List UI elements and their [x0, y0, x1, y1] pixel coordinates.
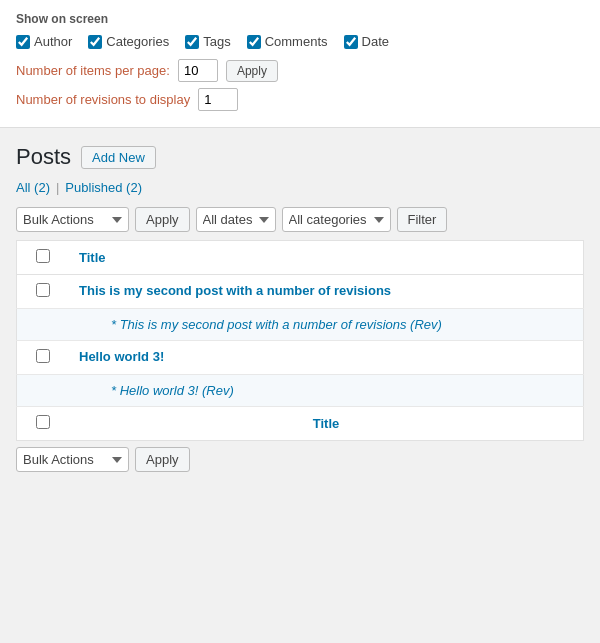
- date-checkbox[interactable]: [344, 35, 358, 49]
- items-per-page-label: Number of items per page:: [16, 63, 170, 78]
- post-title-link-0[interactable]: This is my second post with a number of …: [79, 283, 391, 298]
- revisions-row: Number of revisions to display: [16, 88, 584, 111]
- bottom-tablenav: Bulk Actions Edit Move to Trash Apply: [16, 447, 584, 488]
- revisions-input[interactable]: [198, 88, 238, 111]
- items-per-page-input[interactable]: [178, 59, 218, 82]
- revision-empty-cell: [17, 375, 70, 407]
- revision-title-cell: * This is my second post with a number o…: [69, 309, 584, 341]
- header-title-cell: Title: [69, 241, 584, 275]
- revision-link-1[interactable]: * Hello world 3! (Rev): [111, 383, 234, 398]
- date-label: Date: [362, 34, 389, 49]
- header-checkbox-cell: [17, 241, 70, 275]
- select-all-checkbox-top[interactable]: [36, 249, 50, 263]
- posts-tbody: This is my second post with a number of …: [17, 275, 584, 407]
- revision-title-cell: * Hello world 3! (Rev): [69, 375, 584, 407]
- bulk-actions-select-bottom[interactable]: Bulk Actions Edit Move to Trash: [16, 447, 129, 472]
- revision-row: * Hello world 3! (Rev): [17, 375, 584, 407]
- post-checkbox-cell: [17, 275, 70, 309]
- page-title: Posts: [16, 144, 71, 170]
- tags-checkbox[interactable]: [185, 35, 199, 49]
- filter-separator: |: [56, 180, 59, 195]
- comments-checkbox[interactable]: [247, 35, 261, 49]
- author-checkbox-label[interactable]: Author: [16, 34, 72, 49]
- page-header: Posts Add New: [16, 144, 584, 170]
- table-footer-row: Title: [17, 407, 584, 441]
- author-label: Author: [34, 34, 72, 49]
- posts-table: Title This is my second post with a numb…: [16, 240, 584, 441]
- footer-title-cell: Title: [69, 407, 584, 441]
- revision-empty-cell: [17, 309, 70, 341]
- main-content: Posts Add New All (2) | Published (2) Bu…: [0, 128, 600, 488]
- post-checkbox-0[interactable]: [36, 283, 50, 297]
- date-checkbox-label[interactable]: Date: [344, 34, 389, 49]
- post-title-cell: This is my second post with a number of …: [69, 275, 584, 309]
- comments-label: Comments: [265, 34, 328, 49]
- screen-options-title: Show on screen: [16, 12, 584, 26]
- tags-checkbox-label[interactable]: Tags: [185, 34, 230, 49]
- category-filter-select[interactable]: All categories: [282, 207, 391, 232]
- revisions-label: Number of revisions to display: [16, 92, 190, 107]
- screen-options-panel: Show on screen Author Categories Tags Co…: [0, 0, 600, 128]
- title-column-header[interactable]: Title: [79, 250, 106, 265]
- bulk-actions-select-top[interactable]: Bulk Actions Edit Move to Trash: [16, 207, 129, 232]
- title-column-footer[interactable]: Title: [313, 416, 340, 431]
- revision-link-0[interactable]: * This is my second post with a number o…: [111, 317, 442, 332]
- tags-label: Tags: [203, 34, 230, 49]
- post-title-cell: Hello world 3!: [69, 341, 584, 375]
- post-status-filter: All (2) | Published (2): [16, 180, 584, 195]
- categories-checkbox[interactable]: [88, 35, 102, 49]
- table-row: Hello world 3!: [17, 341, 584, 375]
- post-title-link-1[interactable]: Hello world 3!: [79, 349, 164, 364]
- categories-label: Categories: [106, 34, 169, 49]
- footer-checkbox-cell: [17, 407, 70, 441]
- checkboxes-row: Author Categories Tags Comments Date: [16, 34, 584, 49]
- select-all-checkbox-bottom[interactable]: [36, 415, 50, 429]
- items-per-page-apply-button[interactable]: Apply: [226, 60, 278, 82]
- bulk-actions-apply-button-bottom[interactable]: Apply: [135, 447, 190, 472]
- items-per-page-row: Number of items per page: Apply: [16, 59, 584, 82]
- author-checkbox[interactable]: [16, 35, 30, 49]
- date-filter-select[interactable]: All dates: [196, 207, 276, 232]
- add-new-button[interactable]: Add New: [81, 146, 156, 169]
- comments-checkbox-label[interactable]: Comments: [247, 34, 328, 49]
- post-checkbox-cell: [17, 341, 70, 375]
- categories-checkbox-label[interactable]: Categories: [88, 34, 169, 49]
- bulk-actions-apply-button-top[interactable]: Apply: [135, 207, 190, 232]
- table-row: This is my second post with a number of …: [17, 275, 584, 309]
- all-posts-link[interactable]: All (2): [16, 180, 50, 195]
- revision-row: * This is my second post with a number o…: [17, 309, 584, 341]
- filter-button[interactable]: Filter: [397, 207, 448, 232]
- post-checkbox-1[interactable]: [36, 349, 50, 363]
- table-header-row: Title: [17, 241, 584, 275]
- published-posts-link[interactable]: Published (2): [65, 180, 142, 195]
- top-tablenav: Bulk Actions Edit Move to Trash Apply Al…: [16, 203, 584, 236]
